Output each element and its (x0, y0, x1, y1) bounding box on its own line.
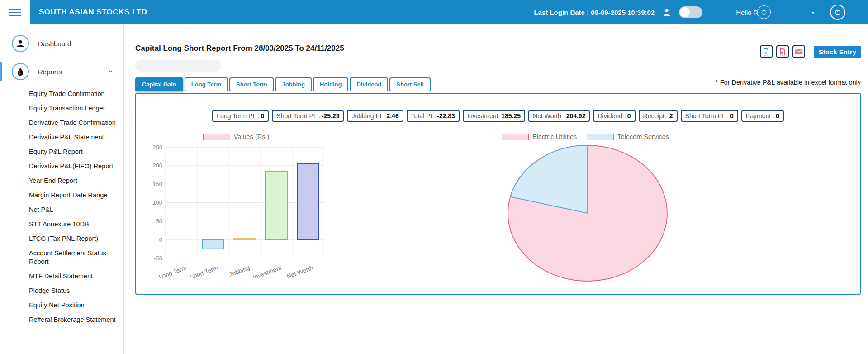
export-pdf-button[interactable] (776, 45, 789, 58)
user-menu-dropdown[interactable]: .... ▾ (801, 9, 815, 16)
sidebar-item-label: Dashboard (38, 40, 71, 48)
top-header: SOUTH ASIAN STOCKS LTD Last Login Date :… (0, 0, 868, 24)
send-mail-button[interactable] (792, 45, 805, 58)
svg-text:Short Term: Short Term (189, 264, 219, 278)
legend-swatch (203, 134, 230, 140)
badge-dividend: Dividend :0 (593, 110, 635, 122)
svg-text:Jobbing: Jobbing (228, 264, 251, 278)
svg-text:Investment: Investment (252, 264, 282, 278)
sidebar-subitem-mtf-detail-statement[interactable]: MTF Detail Statement (29, 272, 119, 281)
svg-text:100: 100 (152, 199, 162, 206)
export-toolbar: x Stock Entry (760, 45, 861, 58)
sidebar-subitem-ltcg-tax-pnl-report[interactable]: LTCG (Tax PNL Report) (29, 234, 119, 243)
main-content: Capital Long Short Report From 28/03/202… (124, 24, 868, 354)
pie-chart: Electric UtilitiesTelecom Services (489, 132, 688, 285)
svg-text:200: 200 (152, 162, 162, 169)
sidebar-subitem-net-p-l[interactable]: Net P&L (29, 206, 119, 214)
legend-item-values-rs: Values (Rs.) (203, 133, 270, 140)
badge-total-pl: Total PL:-22.83 (407, 110, 460, 122)
toggle-knob (680, 7, 690, 17)
legend-swatch (587, 134, 614, 140)
sidebar-subitem-year-end-report[interactable]: Year End Report (29, 177, 119, 185)
sidebar-subitem-equity-transaction-ledger[interactable]: Equity Transaction Ledger (29, 104, 119, 113)
hamburger-menu-icon[interactable] (9, 7, 21, 18)
report-panel: Long Term PL :0Short Term PL :-25.29Jobb… (135, 93, 861, 295)
legend-swatch (502, 134, 529, 140)
sidebar-subitem-stt-annexure-10db[interactable]: STT Annexure 10DB (29, 220, 119, 229)
badge-jobbing-pl: Jobbing PL:2.46 (347, 110, 403, 122)
user-icon (662, 7, 672, 17)
sidebar-subitem-equity-trade-confirmation[interactable]: Equity Trade Confirmation (29, 90, 119, 98)
sidebar-subitem-equity-net-position[interactable]: Equity Net Position (29, 301, 119, 310)
sidebar-subitem-equity-p-l-report[interactable]: Equity P&L Report (29, 148, 119, 156)
svg-text:-50: -50 (154, 255, 162, 262)
sidebar-subitem-pledge-status[interactable]: Pledge Status (29, 287, 119, 295)
badge-investment: Investment:185.25 (463, 110, 525, 122)
page-title: Capital Long Short Report From 28/03/202… (135, 44, 344, 53)
pie-chart-legend: Electric UtilitiesTelecom Services (489, 132, 688, 141)
export-excel-button[interactable]: x (760, 45, 773, 58)
svg-text:250: 250 (152, 144, 162, 151)
brand-title: SOUTH ASIAN STOCKS LTD (39, 8, 147, 17)
tab-capital-gain[interactable]: Capital Gain (135, 77, 183, 91)
summary-badges: Long Term PL :0Short Term PL :-25.29Jobb… (136, 110, 860, 122)
sidebar-subitem-derivative-p-l-statement[interactable]: Derivative P&L Statement (29, 133, 119, 142)
active-indicator (0, 62, 2, 81)
stock-entry-button[interactable]: Stock Entry (814, 46, 861, 58)
svg-text:Net Worth: Net Worth (286, 264, 314, 278)
sidebar-item-reports[interactable]: Reports ⌄ (0, 62, 123, 81)
svg-text:0: 0 (159, 236, 162, 243)
legend-item-telecom-services: Telecom Services (587, 133, 669, 140)
legend-label: Electric Utilities (532, 133, 577, 140)
sidebar-subitem-derivative-trade-confirmation[interactable]: Derivative Trade Confirmation (29, 119, 119, 127)
badge-long-term-pl: Long Term PL :0 (212, 110, 269, 122)
svg-text:150: 150 (152, 181, 162, 187)
sidebar-subitem-derivative-p-l-fifo-report[interactable]: Derivative P&L(FIFO) Report (29, 162, 119, 171)
svg-text:Long Term: Long Term (158, 264, 187, 278)
theme-toggle[interactable] (679, 6, 702, 18)
badge-short-term-pl: Short Term PL :-25.29 (272, 110, 344, 122)
tab-dividend[interactable]: Dividend (350, 77, 388, 91)
sidebar-subitem-account-settlement-status-report[interactable]: Account Settlement Status Report (29, 249, 119, 266)
pie-chart-canvas (489, 142, 688, 283)
last-login-text: Last Login Date : 09-09-2025 10:39:02 (534, 9, 655, 16)
legend-item-electric-utilities: Electric Utilities (502, 133, 577, 140)
svg-text:x: x (765, 51, 767, 54)
sidebar: Dashboard Reports ⌄ Equity Trade Confirm… (0, 24, 124, 354)
sidebar-subitem-margin-report-date-range[interactable]: Margin Report Date Range (29, 191, 119, 200)
bar-chart: Values (Rs.) 250200150100500-50Long Term… (149, 132, 330, 280)
tab-short-term[interactable]: Short Term (229, 77, 274, 91)
legend-label: Values (Rs.) (234, 133, 270, 140)
bar-chart-canvas: 250200150100500-50Long TermShort TermJob… (149, 142, 330, 278)
tab-long-term[interactable]: Long Term (185, 77, 228, 91)
tab-jobbing[interactable]: Jobbing (275, 77, 312, 91)
tab-holding[interactable]: Holding (313, 77, 348, 91)
report-submenu: Equity Trade ConfirmationEquity Transact… (0, 90, 123, 324)
legend-label: Telecom Services (617, 133, 669, 140)
report-tabs: Capital GainLong TermShort TermJobbingHo… (135, 77, 431, 91)
badge-short-term-pl: Short Term PL :0 (681, 110, 738, 122)
chevron-down-icon: ▾ (812, 10, 815, 15)
sidebar-item-dashboard[interactable]: Dashboard (0, 33, 123, 53)
user-menu-dots: .... (801, 9, 810, 16)
greeting-text: Hello R (736, 9, 758, 16)
svg-text:50: 50 (156, 218, 162, 225)
logout-power-button[interactable] (830, 5, 845, 20)
header-bar: SOUTH ASIAN STOCKS LTD Last Login Date :… (30, 0, 868, 24)
burger-box (0, 0, 30, 24)
badge-net-worth: Net Worth :204.92 (528, 110, 590, 122)
sidebar-subitem-refferal-brokerage-statement[interactable]: Refferal Brokerage Statement (29, 316, 119, 324)
derivative-note: * For Derivative P&L available in excel … (716, 79, 861, 86)
badge-payment: Payment :0 (741, 110, 784, 122)
bar-chart-legend: Values (Rs.) (149, 132, 330, 141)
person-icon (12, 35, 29, 52)
droplet-icon (12, 63, 29, 80)
sidebar-item-label: Reports (38, 68, 62, 76)
tab-short-sell[interactable]: Short Sell (389, 77, 431, 91)
badge-receipt: Receipt :2 (639, 110, 678, 122)
ghost-placeholder (135, 60, 221, 72)
session-power-icon[interactable] (757, 5, 771, 19)
chevron-expand-icon[interactable]: ⌄ (107, 65, 114, 75)
